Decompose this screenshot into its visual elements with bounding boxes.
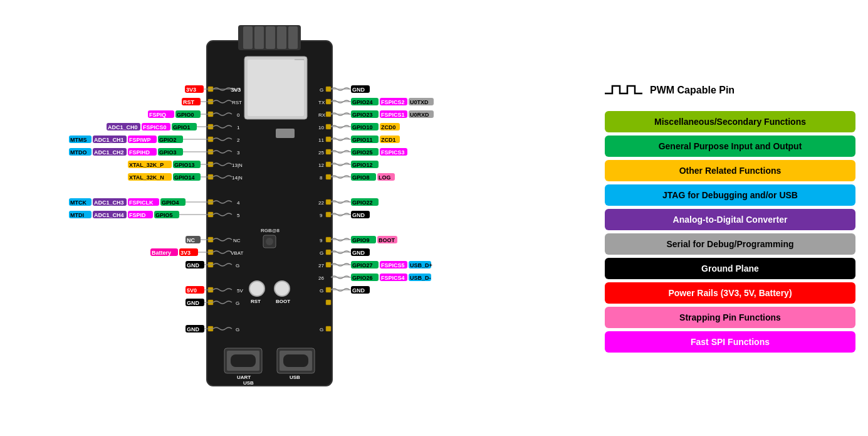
svg-text:27: 27 xyxy=(318,263,324,269)
svg-rect-57 xyxy=(326,326,331,331)
svg-text:XTAL_32K_N: XTAL_32K_N xyxy=(129,174,164,181)
svg-rect-52 xyxy=(326,237,331,242)
svg-text:MTMS: MTMS xyxy=(70,137,87,143)
svg-point-13 xyxy=(249,281,264,296)
legend-item-gpio: General Purpose Input and Output xyxy=(605,136,855,157)
svg-text:FSPIQ: FSPIQ xyxy=(149,112,166,118)
board-area: RST BOOT UART USB USB xyxy=(13,6,526,430)
svg-text:GPIO22: GPIO22 xyxy=(352,199,373,206)
legend-items-container: Miscellaneous/Secondary FunctionsGeneral… xyxy=(605,111,855,356)
main-container: RST BOOT UART USB USB xyxy=(0,0,868,436)
svg-text:11: 11 xyxy=(318,137,324,143)
pwm-row: PWM Capable Pin xyxy=(605,81,855,100)
svg-rect-46 xyxy=(326,137,331,142)
svg-rect-42 xyxy=(326,87,331,92)
svg-text:RST: RST xyxy=(251,299,261,304)
svg-text:GPIO2: GPIO2 xyxy=(159,137,177,143)
svg-text:VBAT: VBAT xyxy=(231,250,243,256)
svg-text:ADC1_CH2: ADC1_CH2 xyxy=(94,149,124,156)
legend-item-strapping: Strapping Pin Functions xyxy=(605,307,855,328)
svg-rect-22 xyxy=(283,354,308,367)
svg-rect-8 xyxy=(248,60,304,116)
svg-text:GPIO13: GPIO13 xyxy=(174,162,195,168)
svg-text:UART: UART xyxy=(237,375,251,380)
svg-text:GPIO12: GPIO12 xyxy=(352,162,373,168)
legend-item-adc: Analog-to-Digital Converter xyxy=(605,209,855,230)
svg-text:RST: RST xyxy=(232,100,242,105)
svg-rect-49 xyxy=(326,174,331,179)
svg-rect-43 xyxy=(326,99,331,104)
svg-text:26: 26 xyxy=(318,275,324,281)
svg-text:FSPIWP: FSPIWP xyxy=(129,137,151,143)
svg-text:LOG: LOG xyxy=(379,174,391,181)
svg-rect-50 xyxy=(326,199,331,205)
svg-text:G: G xyxy=(320,250,323,256)
svg-text:GPIO27: GPIO27 xyxy=(352,262,373,269)
svg-rect-19 xyxy=(231,354,256,367)
svg-text:FSPICS2: FSPICS2 xyxy=(381,99,405,105)
svg-text:1: 1 xyxy=(237,125,240,130)
svg-text:GND: GND xyxy=(187,326,200,332)
svg-text:GND: GND xyxy=(187,262,200,269)
svg-text:FSPIHD: FSPIHD xyxy=(129,149,150,156)
svg-text:GPIO10: GPIO10 xyxy=(352,124,373,130)
svg-text:G: G xyxy=(320,87,323,93)
svg-text:3V3: 3V3 xyxy=(186,87,196,93)
svg-text:FSPICS4: FSPICS4 xyxy=(381,275,405,281)
svg-text:G: G xyxy=(320,288,323,294)
svg-text:USB: USB xyxy=(243,380,254,386)
svg-text:ZCD1: ZCD1 xyxy=(381,137,396,143)
svg-text:ADC1_CH0: ADC1_CH0 xyxy=(108,124,138,130)
svg-text:22: 22 xyxy=(318,200,324,206)
svg-text:GPIO24: GPIO24 xyxy=(352,99,373,105)
svg-text:Battery: Battery xyxy=(152,250,171,256)
svg-text:RX: RX xyxy=(318,112,326,118)
svg-rect-55 xyxy=(326,287,331,292)
svg-text:GPIO1: GPIO1 xyxy=(173,124,191,130)
svg-text:13|N: 13|N xyxy=(232,162,243,168)
svg-text:GND: GND xyxy=(352,87,365,93)
svg-text:U0TXD: U0TXD xyxy=(410,99,429,105)
svg-rect-5 xyxy=(277,26,286,49)
legend-item-power: Power Rails (3V3, 5V, Battery) xyxy=(605,282,855,304)
svg-text:GND: GND xyxy=(187,300,200,306)
svg-text:8: 8 xyxy=(320,175,323,181)
legend-area: PWM Capable Pin Miscellaneous/Secondary … xyxy=(592,81,855,356)
svg-point-14 xyxy=(275,281,290,296)
svg-rect-10 xyxy=(276,129,295,138)
svg-rect-47 xyxy=(326,149,331,154)
svg-text:GND: GND xyxy=(352,212,365,218)
svg-text:G: G xyxy=(236,327,239,332)
svg-text:TX: TX xyxy=(318,100,325,105)
legend-item-other: Other Related Functions xyxy=(605,160,855,181)
svg-text:FSPICS1: FSPICS1 xyxy=(381,112,405,118)
svg-text:5: 5 xyxy=(237,213,240,218)
svg-text:GPIO4: GPIO4 xyxy=(162,199,179,206)
legend-item-misc: Miscellaneous/Secondary Functions xyxy=(605,111,855,132)
svg-text:GPIO5: GPIO5 xyxy=(155,212,173,218)
svg-text:25: 25 xyxy=(318,150,324,156)
svg-rect-53 xyxy=(326,250,331,255)
svg-text:GPIO3: GPIO3 xyxy=(159,149,177,156)
svg-text:2: 2 xyxy=(237,137,240,143)
svg-text:USB_D+: USB_D+ xyxy=(410,262,432,269)
svg-text:RGB@8: RGB@8 xyxy=(261,228,280,233)
svg-text:GPIO23: GPIO23 xyxy=(352,112,373,118)
svg-text:GPIO26: GPIO26 xyxy=(352,275,373,281)
svg-text:NC: NC xyxy=(187,237,195,243)
svg-rect-2 xyxy=(243,26,253,49)
svg-text:U0RXD: U0RXD xyxy=(410,112,429,118)
svg-text:G: G xyxy=(236,300,239,306)
svg-text:ADC1_CH3: ADC1_CH3 xyxy=(94,199,124,206)
svg-text:12: 12 xyxy=(318,162,324,168)
svg-text:GPIO9: GPIO9 xyxy=(352,237,370,243)
legend-item-serial: Serial for Debug/Programming xyxy=(605,233,855,255)
svg-text:XTAL_32K_P: XTAL_32K_P xyxy=(129,162,164,168)
svg-text:FSPICS0: FSPICS0 xyxy=(143,124,167,130)
svg-rect-48 xyxy=(326,162,331,167)
svg-text:14|N: 14|N xyxy=(232,175,243,181)
svg-text:NC: NC xyxy=(233,238,241,243)
svg-text:ADC1_CH1: ADC1_CH1 xyxy=(94,137,124,143)
svg-text:GND: GND xyxy=(352,287,365,294)
svg-rect-3 xyxy=(254,26,264,49)
